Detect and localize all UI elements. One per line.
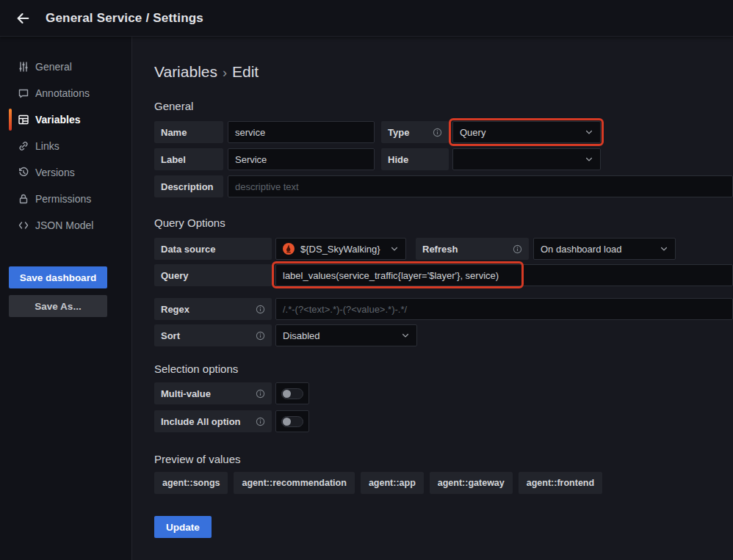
sidebar-item-label: Annotations (35, 87, 90, 99)
breadcrumb-separator: › (217, 65, 232, 80)
type-select-value: Query (460, 127, 485, 138)
selection-options-heading: Selection options (154, 363, 733, 375)
arrow-left-icon (15, 10, 31, 26)
dashboard-settings-title: General Service / Settings (46, 11, 203, 26)
sidebar-item-label: Links (35, 140, 59, 152)
top-header: General Service / Settings (0, 0, 733, 37)
preview-value-chip: agent::app (361, 472, 424, 494)
code-brackets-icon (18, 219, 29, 231)
sidebar-item-links[interactable]: Links (0, 133, 131, 159)
type-label: Type (381, 121, 449, 143)
refresh-select[interactable]: On dashboard load (533, 238, 676, 260)
preview-values: agent::songs agent::recommendation agent… (154, 472, 733, 494)
prometheus-flame-icon (283, 243, 295, 255)
chevron-down-icon (390, 244, 399, 253)
sidebar-item-label: JSON Model (35, 219, 93, 231)
description-input[interactable] (228, 175, 733, 197)
sliders-icon (18, 61, 29, 73)
label-hide-row: Label Hide (154, 148, 733, 170)
toggle-track (281, 416, 303, 427)
sort-select-value: Disabled (283, 330, 320, 341)
info-icon[interactable] (433, 128, 442, 137)
multi-value-toggle[interactable] (275, 382, 309, 404)
toggle-track (281, 388, 303, 399)
regex-row: Regex (154, 298, 733, 320)
variables-grid-icon (18, 114, 29, 126)
datasource-refresh-row: Data source ${DS_SkyWalking} Refresh On … (154, 238, 733, 260)
comment-icon (18, 87, 29, 99)
chevron-down-icon (585, 155, 593, 164)
refresh-label: Refresh (416, 238, 529, 260)
info-icon[interactable] (256, 305, 265, 314)
preview-value-chip: agent::recommendation (234, 472, 354, 494)
info-icon[interactable] (256, 417, 265, 426)
chevron-down-icon (660, 244, 668, 253)
chevron-down-icon (585, 128, 593, 137)
name-label: Name (154, 121, 223, 143)
active-tab-indicator (9, 109, 12, 131)
sort-row: Sort Disabled (154, 324, 733, 346)
name-input[interactable] (228, 121, 375, 143)
type-select[interactable]: Query (452, 121, 601, 143)
datasource-value: ${DS_SkyWalking} (300, 244, 380, 255)
label-input[interactable] (228, 148, 375, 170)
preview-value-chip: agent::gateway (430, 472, 513, 494)
sidebar-item-label: Permissions (35, 193, 91, 205)
sidebar-item-versions[interactable]: Versions (0, 159, 131, 186)
variables-edit-pane: Variables›Edit General Name Type Query (132, 37, 733, 560)
sort-label: Sort (154, 324, 272, 346)
info-icon[interactable] (513, 244, 522, 254)
settings-sidebar: General Annotations Variables Links (0, 37, 132, 560)
sidebar-item-permissions[interactable]: Permissions (0, 186, 131, 212)
info-icon[interactable] (256, 331, 265, 341)
regex-label: Regex (154, 298, 272, 320)
history-icon (18, 167, 29, 178)
chevron-down-icon (401, 331, 410, 340)
lock-icon (18, 193, 29, 205)
label-label: Label (154, 148, 223, 170)
hide-select[interactable] (452, 148, 601, 170)
multi-value-label: Multi-value (154, 382, 272, 404)
name-type-row: Name Type Query (154, 121, 733, 143)
multi-value-row: Multi-value (154, 382, 733, 404)
hide-label: Hide (381, 148, 449, 170)
sidebar-item-variables[interactable]: Variables (0, 106, 131, 133)
include-all-row: Include All option (154, 410, 733, 432)
preview-value-chip: agent::songs (154, 472, 228, 494)
preview-heading: Preview of values (154, 453, 733, 465)
toggle-knob (283, 418, 291, 426)
query-label: Query (154, 264, 272, 286)
sidebar-item-annotations[interactable]: Annotations (0, 80, 131, 106)
sidebar-item-label: Versions (35, 167, 75, 178)
sort-select[interactable]: Disabled (275, 324, 417, 346)
include-all-toggle[interactable] (275, 410, 309, 432)
description-label: Description (154, 175, 223, 197)
toggle-knob (283, 390, 291, 398)
back-button[interactable] (12, 7, 34, 29)
update-button[interactable]: Update (154, 516, 212, 538)
info-icon[interactable] (256, 389, 265, 399)
datasource-picker[interactable]: ${DS_SkyWalking} (275, 238, 406, 260)
description-row: Description (154, 175, 733, 197)
page-title: Variables›Edit (154, 63, 733, 81)
regex-input[interactable] (275, 298, 733, 320)
query-input[interactable] (275, 264, 733, 286)
link-icon (18, 140, 29, 152)
datasource-label: Data source (154, 238, 272, 260)
sidebar-item-general[interactable]: General (0, 54, 131, 80)
general-section-heading: General (154, 100, 733, 112)
include-all-label: Include All option (154, 410, 272, 432)
save-dashboard-button[interactable]: Save dashboard (9, 266, 107, 288)
query-row: Query (154, 264, 733, 286)
query-options-heading: Query Options (154, 217, 733, 229)
refresh-select-value: On dashboard load (541, 244, 622, 255)
preview-value-chip: agent::frontend (519, 472, 602, 494)
breadcrumb-edit: Edit (232, 63, 259, 80)
sidebar-item-label: General (35, 61, 72, 73)
save-as-button[interactable]: Save As... (9, 295, 107, 317)
breadcrumb-variables[interactable]: Variables (154, 63, 217, 80)
sidebar-item-json-model[interactable]: JSON Model (0, 212, 131, 239)
sidebar-item-label: Variables (35, 114, 81, 126)
